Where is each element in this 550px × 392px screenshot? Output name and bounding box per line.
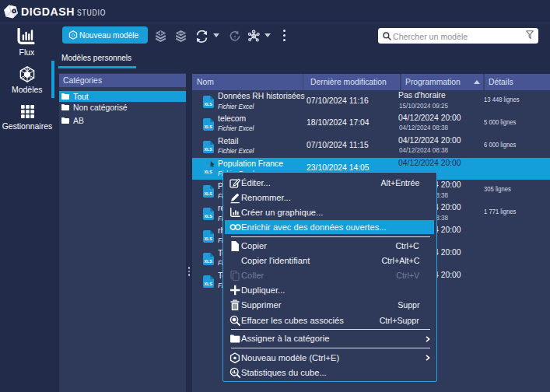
svg-text:XLS: XLS [204, 169, 212, 173]
svg-text:XLS: XLS [204, 214, 212, 219]
svg-text:XLS: XLS [204, 102, 212, 107]
svg-text:XLS: XLS [204, 146, 212, 151]
svg-text:XLS: XLS [204, 236, 212, 240]
svg-text:XLS: XLS [204, 281, 212, 285]
svg-text:XLS: XLS [204, 124, 212, 128]
svg-text:XLS: XLS [204, 258, 212, 263]
svg-text:XLS: XLS [204, 191, 212, 196]
